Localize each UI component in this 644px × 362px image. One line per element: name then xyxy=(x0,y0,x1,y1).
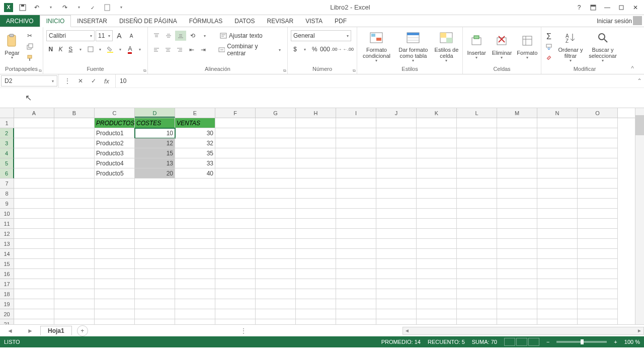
cell[interactable] xyxy=(14,158,54,168)
horizontal-scrollbar[interactable]: ◄► xyxy=(403,327,644,335)
cell[interactable] xyxy=(135,249,175,259)
cell[interactable] xyxy=(14,319,54,324)
cell[interactable] xyxy=(215,259,256,269)
cell[interactable] xyxy=(215,148,256,158)
cell[interactable] xyxy=(296,158,336,168)
col-header[interactable]: B xyxy=(54,108,95,118)
cell[interactable] xyxy=(578,299,618,309)
decrease-indent-icon[interactable]: ⇤ xyxy=(186,45,197,55)
cell[interactable] xyxy=(14,118,54,128)
cell[interactable] xyxy=(256,148,296,158)
cell[interactable] xyxy=(578,168,618,178)
cell[interactable] xyxy=(417,178,457,189)
cell[interactable]: 13 xyxy=(135,158,175,168)
cell[interactable] xyxy=(578,249,618,259)
cell[interactable] xyxy=(14,239,54,249)
copy-icon[interactable] xyxy=(24,42,35,52)
maximize-icon[interactable] xyxy=(615,1,628,14)
cell[interactable] xyxy=(14,178,54,189)
cell[interactable] xyxy=(336,158,376,168)
cell[interactable] xyxy=(497,289,537,299)
col-header[interactable]: K xyxy=(417,108,457,118)
row-header[interactable]: 7 xyxy=(0,178,14,189)
sheet-menu-icon[interactable]: ⋮ xyxy=(240,327,247,334)
cell[interactable] xyxy=(537,259,578,269)
cell[interactable] xyxy=(215,189,256,199)
align-left-icon[interactable] xyxy=(151,45,162,55)
cell[interactable] xyxy=(215,209,256,219)
cell[interactable] xyxy=(376,309,417,319)
accounting-icon[interactable]: $ xyxy=(291,44,299,54)
col-header[interactable]: N xyxy=(537,108,578,118)
row-header[interactable]: 21 xyxy=(0,319,14,324)
cell[interactable] xyxy=(296,269,336,279)
fill-icon[interactable] xyxy=(543,42,554,52)
cell[interactable] xyxy=(95,309,135,319)
fontcolor-dropdown-icon[interactable]: ▾ xyxy=(135,44,144,54)
cell[interactable] xyxy=(215,128,256,138)
cell[interactable] xyxy=(54,178,95,189)
cell[interactable] xyxy=(537,128,578,138)
cell[interactable] xyxy=(14,249,54,259)
sheet-nav-next-icon[interactable]: ► xyxy=(27,327,33,334)
close-icon[interactable]: ✕ xyxy=(629,1,642,14)
cell[interactable] xyxy=(296,249,336,259)
cell[interactable] xyxy=(497,209,537,219)
cell[interactable] xyxy=(578,229,618,239)
cell[interactable] xyxy=(175,259,215,269)
cell[interactable] xyxy=(95,219,135,229)
underline-button[interactable]: S xyxy=(66,44,75,54)
cell[interactable] xyxy=(497,269,537,279)
cell[interactable] xyxy=(54,239,95,249)
cell[interactable] xyxy=(537,199,578,209)
cell[interactable] xyxy=(215,249,256,259)
row-header[interactable]: 11 xyxy=(0,219,14,229)
cell[interactable] xyxy=(336,138,376,148)
cell[interactable] xyxy=(256,219,296,229)
formula-input[interactable]: 10 xyxy=(115,74,635,87)
cell[interactable] xyxy=(336,229,376,239)
orientation-icon[interactable]: ⟲ xyxy=(187,31,198,41)
cell[interactable] xyxy=(497,299,537,309)
cell[interactable] xyxy=(417,189,457,199)
cell[interactable] xyxy=(95,178,135,189)
cell[interactable] xyxy=(417,219,457,229)
cell[interactable] xyxy=(578,259,618,269)
cell[interactable] xyxy=(95,239,135,249)
cell[interactable] xyxy=(215,309,256,319)
paste-button[interactable]: Pegar▾ xyxy=(2,29,22,64)
col-header[interactable]: A xyxy=(14,108,54,118)
font-color-icon[interactable]: A xyxy=(126,44,135,54)
cell[interactable]: Producto3 xyxy=(95,148,135,158)
cell[interactable] xyxy=(537,148,578,158)
cell[interactable] xyxy=(537,249,578,259)
cell[interactable] xyxy=(95,319,135,324)
cell[interactable]: Producto4 xyxy=(95,158,135,168)
cell[interactable] xyxy=(175,229,215,239)
cell[interactable]: 33 xyxy=(175,158,215,168)
cell[interactable] xyxy=(175,319,215,324)
cell[interactable] xyxy=(215,229,256,239)
cell[interactable] xyxy=(417,138,457,148)
cut-icon[interactable]: ✂ xyxy=(24,31,35,41)
increase-decimal-icon[interactable]: .00→ xyxy=(331,44,342,54)
cell[interactable] xyxy=(336,239,376,249)
cell[interactable] xyxy=(256,319,296,324)
cell[interactable] xyxy=(457,249,497,259)
cell[interactable] xyxy=(296,138,336,148)
collapse-ribbon-icon[interactable]: ^ xyxy=(628,27,637,74)
autosum-icon[interactable]: Σ xyxy=(543,32,554,42)
cell[interactable] xyxy=(417,239,457,249)
cell[interactable] xyxy=(95,279,135,289)
cell[interactable] xyxy=(578,279,618,289)
cell[interactable] xyxy=(376,178,417,189)
find-select-button[interactable]: Buscar y seleccionar▾ xyxy=(587,29,619,64)
cell[interactable] xyxy=(54,309,95,319)
cell[interactable] xyxy=(578,219,618,229)
cell[interactable] xyxy=(175,279,215,289)
cell[interactable] xyxy=(135,219,175,229)
cell[interactable] xyxy=(497,168,537,178)
cell[interactable] xyxy=(256,209,296,219)
format-painter-icon[interactable] xyxy=(24,53,35,63)
cell[interactable] xyxy=(578,138,618,148)
